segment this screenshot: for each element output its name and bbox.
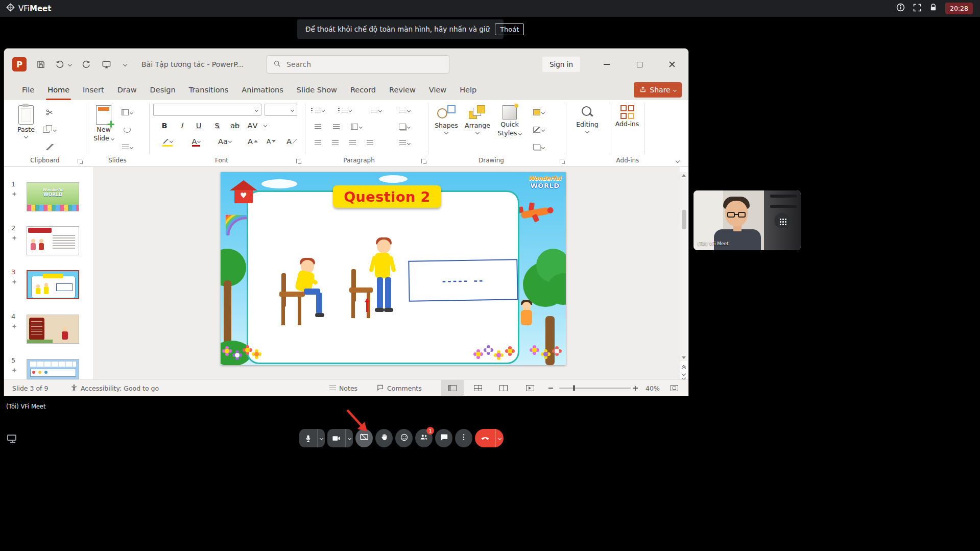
self-webcam-tile[interactable]: (Tôi) VFi Meet <box>694 190 801 250</box>
text-shadow-button[interactable]: S <box>210 119 224 132</box>
participants-button[interactable]: 1 <box>415 429 433 447</box>
slide-4-thumbnail[interactable] <box>27 315 79 344</box>
tab-transitions[interactable]: Transitions <box>182 80 235 100</box>
underline-button[interactable]: U <box>192 119 206 132</box>
drawing-dialog-launcher[interactable] <box>560 159 564 163</box>
collapse-ribbon-icon[interactable] <box>676 159 680 163</box>
strikethrough-button[interactable]: ab <box>228 119 242 132</box>
zoom-slider-thumb[interactable] <box>573 385 575 391</box>
shape-outline-button[interactable] <box>532 124 545 136</box>
copy-button[interactable] <box>43 124 56 136</box>
microphone-button[interactable] <box>299 429 325 447</box>
raise-hand-button[interactable] <box>375 429 393 447</box>
redo-icon[interactable] <box>81 59 91 69</box>
cut-button[interactable] <box>43 106 56 118</box>
comments-button[interactable]: Comments <box>376 380 422 396</box>
tab-view[interactable]: View <box>422 80 453 100</box>
slide-1-thumbnail[interactable]: Wonderful WORLD <box>27 182 79 211</box>
save-icon[interactable] <box>36 59 46 69</box>
zoom-in-button[interactable] <box>633 380 638 396</box>
convert-smartart-button[interactable] <box>398 121 411 133</box>
notes-button[interactable]: Notes <box>329 380 357 396</box>
addins-button[interactable]: Add-ins <box>612 103 642 155</box>
line-spacing-button[interactable] <box>369 104 383 116</box>
shrink-font-button[interactable]: A <box>264 135 278 148</box>
reading-view-button[interactable] <box>492 380 515 396</box>
font-size-combo[interactable] <box>265 104 297 116</box>
leave-call-dropdown[interactable] <box>495 429 504 447</box>
present-icon[interactable] <box>101 59 111 69</box>
tab-animations[interactable]: Animations <box>235 80 290 100</box>
more-options-button[interactable] <box>455 429 472 447</box>
tab-review[interactable]: Review <box>383 80 422 100</box>
italic-button[interactable]: I <box>175 119 189 132</box>
slide-3-thumbnail[interactable] <box>27 270 79 299</box>
sign-in-button[interactable]: Sign in <box>542 57 580 72</box>
zoom-out-button[interactable] <box>548 380 553 396</box>
slideshow-view-button[interactable] <box>519 380 541 396</box>
tab-home[interactable]: Home <box>41 80 76 100</box>
fit-to-window-button[interactable] <box>664 380 684 396</box>
search-input[interactable]: Search <box>267 55 449 74</box>
normal-view-button[interactable] <box>441 380 464 396</box>
exit-fullscreen-button[interactable]: Thoát <box>495 23 524 35</box>
microphone-options-dropdown[interactable] <box>317 429 325 447</box>
slide-sorter-view-button[interactable] <box>467 380 489 396</box>
quick-styles-button[interactable]: Quick Styles <box>494 103 525 155</box>
arrange-button[interactable]: Arrange <box>463 103 492 155</box>
grow-font-button[interactable]: A <box>246 135 260 148</box>
new-slide-button[interactable]: New Slide <box>90 103 117 155</box>
slide-canvas[interactable]: ♥ Wonderful WORLD Question 2 <box>221 172 566 365</box>
justify-button[interactable] <box>363 137 376 149</box>
align-left-button[interactable] <box>311 137 324 149</box>
font-name-combo[interactable] <box>153 104 261 116</box>
zoom-slider-track[interactable] <box>559 388 631 389</box>
zoom-level[interactable]: 40% <box>646 380 660 396</box>
editing-button[interactable]: Editing <box>567 103 608 155</box>
maximize-button[interactable] <box>625 49 654 80</box>
layout-grid-button[interactable] <box>774 213 790 228</box>
tab-help[interactable]: Help <box>453 80 483 100</box>
highlight-button[interactable] <box>160 135 175 148</box>
slide-2-thumbnail[interactable] <box>27 226 79 255</box>
fullscreen-icon[interactable] <box>913 4 921 14</box>
info-icon[interactable] <box>896 3 905 14</box>
minimize-button[interactable] <box>592 49 621 80</box>
align-center-button[interactable] <box>328 137 342 149</box>
reset-slide-button[interactable] <box>121 124 134 136</box>
leave-call-button[interactable] <box>475 429 504 447</box>
tab-design[interactable]: Design <box>144 80 182 100</box>
next-slide-button[interactable] <box>680 372 687 379</box>
chat-button[interactable] <box>435 429 452 447</box>
shape-fill-button[interactable] <box>532 106 545 118</box>
section-button[interactable] <box>121 141 134 153</box>
slide-counter[interactable]: Slide 3 of 9 <box>12 380 48 396</box>
decrease-indent-button[interactable] <box>311 121 324 133</box>
sort-button[interactable] <box>398 104 411 116</box>
numbering-button[interactable] <box>338 104 351 116</box>
shapes-button[interactable]: Shapes <box>432 103 461 155</box>
accessibility-status[interactable]: Accessibility: Good to go <box>70 380 159 396</box>
tab-draw[interactable]: Draw <box>111 80 144 100</box>
reactions-button[interactable] <box>395 429 413 447</box>
screen-pip-icon[interactable] <box>7 435 18 445</box>
clipboard-dialog-launcher[interactable] <box>78 159 82 163</box>
paragraph-dialog-launcher[interactable] <box>421 159 426 163</box>
align-right-button[interactable] <box>346 137 359 149</box>
bold-button[interactable]: B <box>157 119 172 132</box>
tab-record[interactable]: Record <box>344 80 383 100</box>
increase-indent-button[interactable] <box>329 121 343 133</box>
character-spacing-dropdown-icon[interactable] <box>264 124 267 127</box>
font-dialog-launcher[interactable] <box>296 159 301 163</box>
columns-button[interactable] <box>350 121 363 133</box>
tab-insert[interactable]: Insert <box>76 80 111 100</box>
paste-button[interactable]: Paste <box>12 103 40 155</box>
undo-icon[interactable] <box>55 59 65 69</box>
bullets-button[interactable] <box>311 104 324 116</box>
share-button[interactable]: Share <box>634 82 682 98</box>
character-spacing-button[interactable]: AV <box>246 119 260 132</box>
close-button[interactable] <box>659 49 685 80</box>
shape-effects-button[interactable] <box>532 141 545 153</box>
slide-layout-button[interactable] <box>121 106 134 118</box>
slide-5-thumbnail[interactable] <box>27 359 79 379</box>
